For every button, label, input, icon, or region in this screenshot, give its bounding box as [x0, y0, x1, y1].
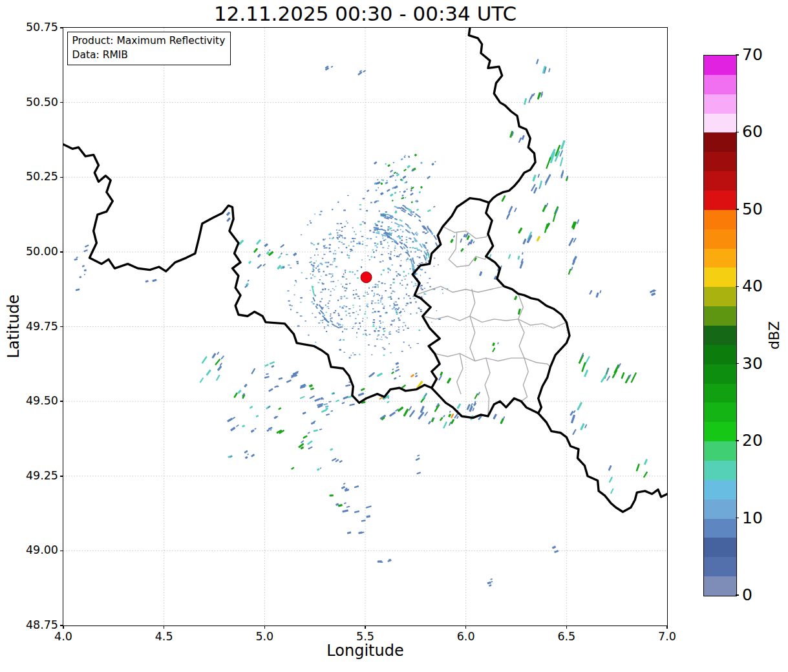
colorbar-segment — [704, 326, 736, 345]
radar-map-canvas — [63, 28, 667, 625]
y-tick-mark — [60, 551, 63, 552]
colorbar-segment — [704, 441, 736, 461]
y-tick-label: 49.00 — [13, 543, 58, 556]
x-axis-label: Longitude — [63, 642, 667, 660]
x-tick-label: 6.5 — [547, 630, 586, 643]
x-tick-mark — [566, 625, 568, 629]
y-tick-mark — [60, 251, 63, 253]
colorbar-segment — [704, 152, 736, 171]
radar-figure: 12.11.2025 00:30 - 00:34 UTC Latitude Lo… — [0, 0, 788, 672]
colorbar-tick-label: 0 — [742, 585, 752, 604]
data-source-line: Data: RMIB — [72, 48, 226, 62]
colorbar-segment — [704, 56, 736, 75]
colorbar-tick-label: 50 — [742, 200, 763, 218]
map-plot-area: Product: Maximum Reflectivity Data: RMIB — [63, 27, 668, 626]
colorbar-tick-mark — [736, 209, 739, 210]
x-tick-label: 4.0 — [44, 630, 83, 643]
colorbar-segment — [704, 94, 736, 114]
colorbar-segment — [704, 519, 736, 538]
figure-title: 12.11.2025 00:30 - 00:34 UTC — [63, 2, 667, 25]
colorbar-segment — [704, 75, 736, 94]
x-tick-label: 5.0 — [245, 630, 284, 643]
colorbar-tick-label: 20 — [742, 431, 763, 450]
colorbar-segment — [704, 403, 736, 422]
colorbar-tick-label: 60 — [742, 122, 763, 141]
y-tick-label: 50.00 — [13, 245, 58, 258]
radar-site-marker — [361, 271, 372, 282]
y-tick-label: 49.50 — [13, 394, 58, 407]
colorbar-segment — [704, 287, 736, 306]
colorbar-segment — [704, 268, 736, 287]
y-tick-label: 49.25 — [13, 469, 58, 482]
x-tick-mark — [666, 625, 668, 629]
y-tick-mark — [60, 625, 63, 626]
y-tick-mark — [60, 177, 63, 178]
x-tick-mark — [365, 625, 366, 629]
y-tick-label: 50.75 — [13, 21, 58, 34]
product-line: Product: Maximum Reflectivity — [72, 34, 226, 48]
colorbar-segment — [704, 461, 736, 480]
product-info-box: Product: Maximum Reflectivity Data: RMIB — [67, 32, 231, 65]
y-tick-label: 50.25 — [13, 170, 58, 183]
colorbar-tick-label: 30 — [742, 354, 763, 373]
colorbar-segment — [704, 306, 736, 326]
colorbar-segment — [704, 384, 736, 403]
x-tick-label: 4.5 — [145, 630, 184, 643]
y-tick-mark — [60, 401, 63, 402]
colorbar-tick-mark — [736, 132, 739, 133]
colorbar-segment — [704, 557, 736, 576]
colorbar-segment — [704, 576, 736, 596]
colorbar-tick-mark — [736, 518, 739, 519]
colorbar-segment — [704, 132, 736, 152]
y-tick-mark — [60, 102, 63, 103]
x-tick-mark — [164, 625, 165, 629]
colorbar-segment — [704, 191, 736, 210]
colorbar-tick-mark — [736, 594, 739, 596]
colorbar-segment — [704, 171, 736, 191]
colorbar — [703, 55, 737, 596]
x-tick-label: 5.5 — [346, 630, 385, 643]
y-tick-label: 49.75 — [13, 320, 58, 333]
y-tick-mark — [60, 476, 63, 477]
colorbar-segment — [704, 422, 736, 441]
x-tick-mark — [264, 625, 266, 629]
x-tick-mark — [465, 625, 467, 629]
colorbar-tick-mark — [736, 363, 739, 364]
colorbar-segment — [704, 538, 736, 557]
colorbar-segment — [704, 345, 736, 364]
colorbar-segment — [704, 249, 736, 268]
colorbar-segment — [704, 499, 736, 519]
y-tick-mark — [60, 326, 63, 328]
colorbar-tick-label: 10 — [742, 509, 763, 527]
colorbar-segment — [704, 364, 736, 384]
y-tick-label: 48.75 — [13, 618, 58, 631]
gridlines — [63, 28, 667, 625]
y-tick-label: 50.50 — [13, 96, 58, 109]
colorbar-segment — [704, 229, 736, 249]
x-tick-label: 6.0 — [447, 630, 485, 643]
colorbar-segment — [704, 210, 736, 229]
colorbar-axis-label: dBZ — [766, 321, 782, 350]
x-tick-label: 7.0 — [648, 630, 687, 643]
colorbar-tick-label: 70 — [742, 45, 763, 64]
colorbar-tick-mark — [736, 54, 739, 56]
colorbar-segment — [704, 480, 736, 499]
colorbar-tick-label: 40 — [742, 277, 763, 295]
y-tick-mark — [60, 27, 63, 28]
colorbar-tick-mark — [736, 440, 739, 441]
colorbar-segment — [704, 114, 736, 133]
colorbar-tick-mark — [736, 286, 739, 288]
